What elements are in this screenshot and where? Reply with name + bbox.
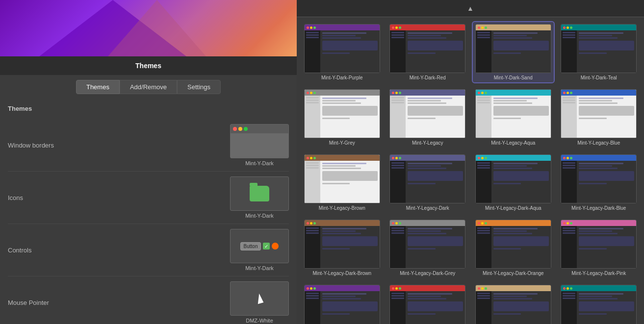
theme-thumbnail <box>475 24 551 73</box>
theme-thumbnail <box>389 220 465 269</box>
theme-thumbnail <box>475 89 551 138</box>
window-borders-value: Mint-Y-Dark <box>245 160 274 166</box>
theme-item-label: Mint-Y-Legacy-Dark-Aqua <box>485 205 541 211</box>
theme-thumbnail <box>389 285 465 324</box>
mouse-pointer-label: Mouse Pointer <box>8 299 77 306</box>
themes-section-header: Themes <box>0 99 297 115</box>
theme-item[interactable]: Mint-Y-Legacy-Dark-Purple <box>302 283 383 324</box>
icons-preview[interactable]: Mint-Y-Dark <box>230 176 289 219</box>
icons-label: Icons <box>8 194 77 201</box>
tab-settings[interactable]: Settings <box>177 80 221 94</box>
mouse-pointer-value: DMZ-White <box>246 318 273 324</box>
theme-item[interactable]: Mint-Y-Legacy <box>387 87 468 148</box>
theme-item[interactable]: Mint-Y-Legacy-Dark-Pink <box>559 218 640 278</box>
theme-thumbnail <box>304 24 380 73</box>
theme-thumbnail <box>389 154 465 203</box>
theme-item[interactable]: Mint-Y-Dark-Red <box>387 22 468 82</box>
controls-preview[interactable]: Button ✓ Mint-Y-Dark <box>230 229 289 271</box>
theme-item[interactable]: Mint-Y-Legacy-Dark <box>387 152 468 213</box>
theme-item[interactable]: Mint-Y-Grey <box>302 87 383 148</box>
theme-item-label: Mint-Y-Dark-Sand <box>494 75 533 80</box>
theme-item[interactable]: Mint-Y-Dark-Purple <box>302 22 383 82</box>
theme-item-label: Mint-Y-Legacy-Aqua <box>491 140 535 146</box>
theme-item-label: Mint-Y-Legacy-Dark-Brown <box>312 271 371 276</box>
tab-add-remove[interactable]: Add/Remove <box>120 80 177 94</box>
theme-item[interactable]: Mint-Y-Legacy-Dark-Orange <box>473 218 554 278</box>
theme-item[interactable]: Mint-Y-Legacy-Dark-Grey <box>387 218 468 278</box>
theme-item[interactable]: Mint-Y-Legacy-Brown <box>302 152 383 213</box>
mouse-pointer-row: Mouse Pointer DMZ-White <box>8 276 289 324</box>
mouse-pointer-preview[interactable]: DMZ-White <box>230 281 289 324</box>
right-panel-header: ▲ <box>297 0 644 17</box>
theme-item-label: Mint-Y-Dark-Purple <box>321 75 363 80</box>
theme-grid: Mint-Y-Dark-Purple <box>302 22 639 324</box>
theme-thumbnail <box>304 89 380 138</box>
controls-thumbnail: Button ✓ <box>230 229 289 263</box>
folder-icon <box>250 186 269 201</box>
theme-item[interactable]: Mint-Y-Legacy-Dark-Red <box>387 283 468 324</box>
theme-item[interactable]: Mint-Y-Legacy-Dark-Aqua <box>473 152 554 213</box>
theme-item[interactable]: Mint-Y-Legacy-Dark-Brown <box>302 218 383 278</box>
theme-item-label: Mint-Y-Legacy-Dark <box>406 205 449 211</box>
theme-thumbnail <box>475 220 551 269</box>
theme-item-label: Mint-Y-Legacy-Dark-Blue <box>571 205 626 211</box>
window-borders-preview[interactable]: Mint-Y-Dark <box>230 124 289 166</box>
theme-item[interactable]: Mint-Y-Legacy-Blue <box>559 87 640 148</box>
theme-thumbnail <box>304 220 380 269</box>
icons-thumbnail <box>230 176 289 211</box>
controls-row: Controls Button ✓ Mint-Y-Dark <box>8 224 289 276</box>
theme-item[interactable]: Mint-Y-Legacy-Dark-Sand <box>473 283 554 324</box>
ctrl-button: Button <box>240 242 261 250</box>
theme-item-label: Mint-Y-Dark-Red <box>410 75 446 80</box>
theme-thumbnail <box>561 154 637 203</box>
theme-thumbnail <box>561 285 637 324</box>
ctrl-checkbox: ✓ <box>263 243 270 249</box>
theme-item[interactable]: Mint-Y-Legacy-Dark-Teal <box>559 283 640 324</box>
theme-item-label: Mint-Y-Grey <box>329 140 355 146</box>
tab-bar: Themes Add/Remove Settings <box>0 75 297 99</box>
theme-item-label: Mint-Y-Legacy <box>412 140 443 146</box>
theme-thumbnail <box>389 89 465 138</box>
window-borders-thumbnail <box>230 124 289 158</box>
mouse-pointer-thumbnail <box>230 281 289 316</box>
theme-thumbnail <box>561 220 637 269</box>
tab-themes[interactable]: Themes <box>76 80 120 94</box>
theme-thumbnail <box>475 154 551 203</box>
theme-item-label: Mint-Y-Legacy-Dark-Pink <box>571 271 626 276</box>
theme-thumbnail <box>561 89 637 138</box>
right-panel: ▲ <box>297 0 644 324</box>
ctrl-radio <box>272 243 279 249</box>
theme-item-label: Mint-Y-Legacy-Blue <box>577 140 620 146</box>
wallpaper-preview <box>0 0 297 56</box>
collapse-arrow-icon[interactable]: ▲ <box>467 4 474 12</box>
theme-item[interactable]: Mint-Y-Dark-Sand <box>473 22 554 82</box>
window-borders-row: Window borders Mint-Y-Dark <box>8 119 289 172</box>
panel-title: Themes <box>135 62 161 70</box>
theme-thumbnail <box>304 154 380 203</box>
theme-rows: Window borders Mint-Y-Dark Icons <box>0 115 297 324</box>
icons-value: Mint-Y-Dark <box>245 213 274 219</box>
theme-item-label: Mint-Y-Legacy-Brown <box>319 205 365 211</box>
theme-item[interactable]: Mint-Y-Dark-Teal <box>559 22 640 82</box>
cursor-icon <box>256 293 264 304</box>
theme-thumbnail <box>304 285 380 324</box>
controls-value: Mint-Y-Dark <box>245 265 274 271</box>
theme-thumbnail <box>389 24 465 73</box>
theme-item[interactable]: Mint-Y-Legacy-Aqua <box>473 87 554 148</box>
panel-title-bar: Themes <box>0 56 297 75</box>
theme-item-label: Mint-Y-Legacy-Dark-Orange <box>483 271 544 276</box>
theme-item[interactable]: Mint-Y-Legacy-Dark-Blue <box>559 152 640 213</box>
theme-thumbnail <box>561 24 637 73</box>
window-borders-label: Window borders <box>8 142 77 149</box>
controls-label: Controls <box>8 247 77 254</box>
left-panel: Themes Themes Add/Remove Settings Themes… <box>0 0 297 324</box>
theme-thumbnail <box>475 285 551 324</box>
icons-row: Icons Mint-Y-Dark <box>8 172 289 224</box>
theme-item-label: Mint-Y-Dark-Teal <box>581 75 617 80</box>
theme-item-label: Mint-Y-Legacy-Dark-Grey <box>400 271 455 276</box>
theme-grid-container[interactable]: Mint-Y-Dark-Purple <box>297 17 644 324</box>
